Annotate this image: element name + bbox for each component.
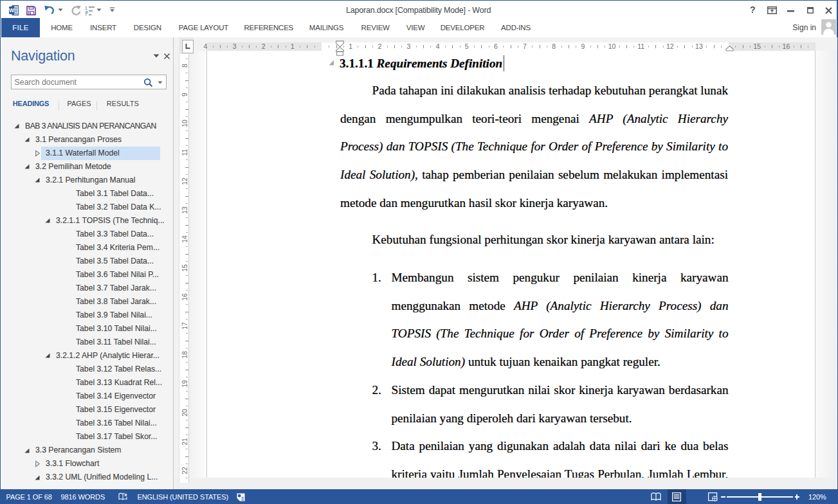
svg-text:W: W (9, 7, 15, 14)
